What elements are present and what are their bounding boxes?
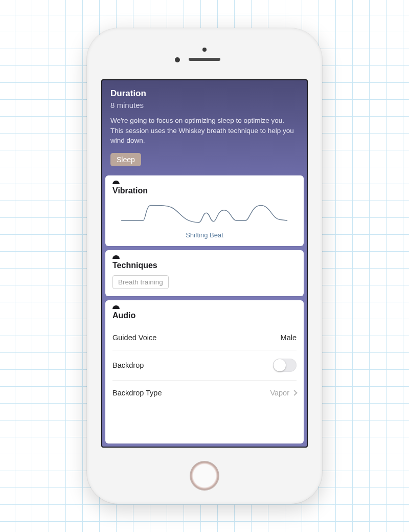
home-button[interactable] — [190, 461, 219, 491]
duration-title: Duration — [110, 88, 299, 99]
guided-voice-value: Male — [281, 334, 297, 342]
waveform-icon — [120, 201, 289, 229]
technique-chip-breath-training[interactable]: Breath training — [112, 275, 169, 289]
backdrop-label: Backdrop — [112, 361, 144, 369]
session-description: We're going to focus on optimizing sleep… — [110, 116, 294, 146]
card-handle-icon — [112, 305, 120, 309]
vibration-waveform: Shifting Beat — [112, 201, 297, 239]
cards-container: Vibration Shifting Beat Techniques Breat… — [102, 175, 307, 447]
backdrop-type-row[interactable]: Backdrop Type Vapor — [112, 381, 297, 399]
guided-voice-row[interactable]: Guided Voice Male — [112, 325, 297, 350]
audio-title: Audio — [112, 311, 297, 320]
duration-value: 8 minutes — [110, 101, 299, 109]
backdrop-type-label: Backdrop Type — [112, 389, 162, 397]
vibration-card[interactable]: Vibration Shifting Beat — [105, 175, 304, 246]
backdrop-row: Backdrop — [112, 350, 297, 381]
session-header: Duration 8 minutes We're going to focus … — [102, 80, 307, 175]
chevron-right-icon — [291, 390, 297, 395]
audio-card: Audio Guided Voice Male Backdrop Backdro… — [105, 300, 304, 444]
card-handle-icon — [112, 181, 120, 184]
toggle-knob-icon — [274, 359, 286, 371]
phone-frame: Duration 8 minutes We're going to focus … — [87, 28, 322, 504]
techniques-card: Techniques Breath training — [105, 250, 304, 296]
vibration-pattern-name: Shifting Beat — [186, 231, 223, 239]
category-tag-sleep[interactable]: Sleep — [110, 153, 141, 166]
vibration-title: Vibration — [112, 186, 297, 195]
techniques-title: Techniques — [112, 261, 297, 270]
app-screen: Duration 8 minutes We're going to focus … — [101, 79, 308, 448]
backdrop-toggle[interactable] — [273, 359, 297, 372]
backdrop-type-value: Vapor — [270, 389, 289, 397]
card-handle-icon — [112, 255, 120, 259]
guided-voice-label: Guided Voice — [112, 334, 156, 342]
sensor-dot-icon — [175, 57, 180, 62]
